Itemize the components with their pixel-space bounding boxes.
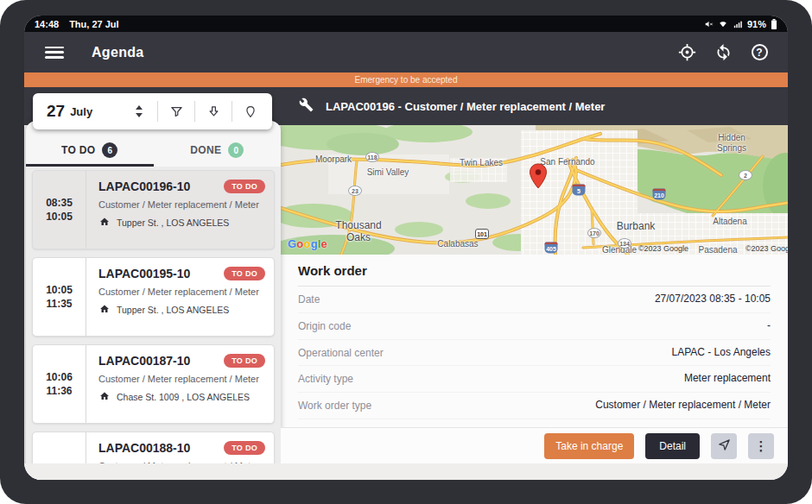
more-vertical-icon: ⋮ [755,439,768,452]
help-icon[interactable]: ? [750,43,769,62]
date-month: July [70,105,92,118]
order-address: Tupper St. , LOS ANGELES [117,305,229,315]
tab-done-label: DONE [190,144,221,156]
status-bar: 14:48 Thu, 27 Jul 91% [24,16,788,32]
detail-value: - [767,319,771,331]
bottom-strip [24,463,788,480]
status-badge: TO DO [224,180,265,193]
detail-label: Activity type [298,372,353,387]
action-bar: Take in charge Detail ⋮ [281,427,788,463]
wifi-icon [718,20,728,28]
detail-label: Origin code [298,319,351,334]
status-date: Thu, 27 Jul [69,19,118,29]
google-logo: Google [288,237,327,250]
order-list: 08:35 10:05 LAPAC00196-10 TO DO Customer… [26,167,281,480]
mute-icon [704,20,714,28]
location-pin-icon[interactable] [529,163,548,192]
navigate-button[interactable] [711,433,737,459]
detail-value: Meter replacement [684,372,771,384]
gps-locate-icon[interactable] [677,43,696,62]
detail-row: Operational center LAPAC - Los Angeles [298,340,771,367]
order-times: 10:06 11:36 [33,345,86,423]
date-day: 27 [47,102,65,121]
map-pin-icon[interactable] [238,100,263,123]
take-in-charge-button[interactable]: Take in charge [544,433,634,459]
filter-icon[interactable] [163,100,189,123]
time-start: 08:35 [46,197,73,209]
battery-percent: 91% [747,19,766,29]
navigation-arrow-icon [718,438,731,454]
time-start: 10:06 [46,371,73,383]
tab-todo-label: TO DO [61,144,95,156]
home-icon [98,391,111,403]
status-badge: TO DO [224,441,265,455]
work-order-title: LAPAC00196 - Customer / Meter replacemen… [326,100,605,113]
order-type: Customer / Meter replacement / Meter [98,374,263,384]
home-icon [98,217,111,229]
time-start: 10:05 [46,284,73,296]
clock: 14:48 [35,19,59,29]
date-select-icon[interactable] [126,100,152,123]
page-title: Agenda [92,45,143,60]
order-address: Chase St. 1009 , LOS ANGELES [117,392,250,402]
status-badge: TO DO [224,354,265,368]
sync-icon[interactable] [714,43,733,62]
todo-count-badge: 6 [102,142,117,158]
detail-button[interactable]: Detail [645,433,700,459]
download-icon[interactable] [200,100,226,123]
detail-value: 27/07/2023 08:35 - 10:05 [655,293,771,305]
done-count-badge: 0 [228,142,244,158]
detail-label: Date [298,293,320,307]
menu-icon[interactable] [45,47,64,59]
order-address: Tupper St. , LOS ANGELES [117,217,229,228]
detail-row: Work order type Customer / Meter replace… [298,393,771,419]
more-options-button[interactable]: ⋮ [748,433,774,459]
detail-label: Operational center [298,346,384,361]
map[interactable]: Moorpark Simi Valley Twin Lakes San Fern… [281,125,788,255]
time-end: 11:36 [46,385,72,397]
date-picker: 27 July [33,93,272,129]
home-icon [98,304,111,316]
order-type: Customer / Meter replacement / Meter [98,199,263,210]
detail-value: Customer / Meter replacement / Meter [595,399,771,411]
detail-row: Date 27/07/2023 08:35 - 10:05 [298,287,771,313]
section-title: Work order [298,263,771,287]
detail-label: Work order type [298,399,371,413]
app-header: Agenda ? [24,32,788,72]
order-card[interactable]: 10:05 11:35 LAPAC00195-10 TO DO Customer… [32,257,275,337]
emergency-banner-text: Emergency to be accepted [355,75,458,85]
time-end: 11:35 [46,298,72,310]
active-tab-indicator [26,164,154,167]
signal-icon [733,20,743,28]
tablet-frame: 14:48 Thu, 27 Jul 91% Agenda [0,0,812,504]
divider [232,101,232,122]
status-badge: TO DO [224,267,265,280]
time-end: 10:05 [46,211,73,223]
order-card[interactable]: 08:35 10:05 LAPAC00196-10 TO DO Customer… [32,170,275,249]
screen: 14:48 Thu, 27 Jul 91% Agenda [24,16,788,480]
divider [194,101,195,122]
order-type: Customer / Meter replacement / Meter [98,287,263,297]
wrench-icon [299,98,314,116]
order-times: 10:05 11:35 [33,258,86,336]
detail-row: Activity type Meter replacement [298,366,771,393]
work-order-details: Work order Date 27/07/2023 08:35 - 10:05… [281,255,788,427]
detail-value: LAPAC - Los Angeles [671,346,771,358]
battery-icon [771,19,777,29]
divider [157,101,158,122]
order-card[interactable]: 10:06 11:36 LAPAC00187-10 TO DO Customer… [32,344,275,424]
order-times: 08:35 10:05 [33,171,86,249]
emergency-banner[interactable]: Emergency to be accepted [24,72,788,87]
detail-row: Origin code - [298,313,771,340]
agenda-list-panel: TO DO 6 DONE 0 08:35 10:05 LAPAC [26,121,281,480]
